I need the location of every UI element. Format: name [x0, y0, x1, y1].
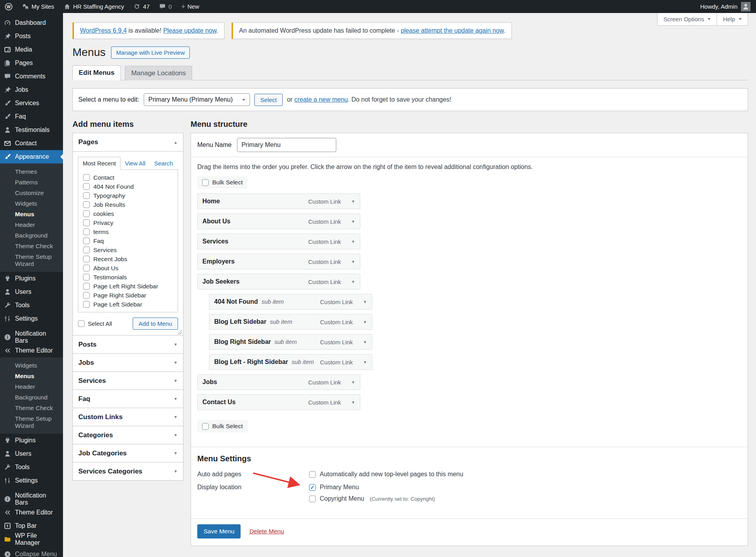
sidebar-item[interactable]: Top Bar — [0, 519, 63, 533]
accordion-section[interactable]: Jobs ▼ — [72, 353, 183, 372]
menu-item-bar[interactable]: Contact Us Custom Link ▼ — [197, 394, 360, 410]
sidebar-subitem[interactable]: Menus — [0, 371, 63, 381]
menu-item-bar[interactable]: Blog Left - Right Sidebarsub item Custom… — [209, 354, 372, 370]
accordion-section[interactable]: Services ▼ — [72, 371, 183, 390]
select-button[interactable]: Select — [254, 94, 283, 106]
accordion-section[interactable]: Categories ▼ — [72, 426, 183, 444]
chevron-down-icon[interactable]: ▼ — [351, 199, 355, 204]
sidebar-item[interactable]: Tools — [0, 299, 63, 312]
sidebar-subitem[interactable]: Customize — [0, 188, 63, 198]
menu-item-bar[interactable]: Jobs Custom Link ▼ — [197, 374, 360, 390]
accordion-section[interactable]: Faq ▼ — [72, 390, 183, 408]
sidebar-subitem[interactable]: Widgets — [0, 198, 63, 209]
sidebar-subitem[interactable]: Patterns — [0, 177, 63, 188]
checkbox[interactable] — [83, 265, 90, 271]
retry-update-link[interactable]: please attempt the update again now — [401, 27, 504, 34]
menu-item-bar[interactable]: About Us Custom Link ▼ — [197, 214, 360, 229]
bulk-select-control[interactable]: Bulk Select — [197, 176, 248, 189]
page-checkbox-item[interactable]: Recent Jobs — [78, 254, 178, 264]
chevron-down-icon[interactable]: ▼ — [351, 380, 355, 384]
delete-menu-link[interactable]: Delete Menu — [249, 528, 284, 535]
checkbox[interactable] — [83, 301, 90, 308]
page-checkbox-item[interactable]: Testimonials — [78, 273, 178, 282]
sidebar-item[interactable]: Jobs — [0, 83, 63, 97]
tab-most-recent[interactable]: Most Recent — [78, 157, 120, 170]
sidebar-item[interactable]: Settings — [0, 474, 63, 487]
resize-handle[interactable] — [178, 330, 182, 334]
auto-add-checkbox[interactable] — [309, 471, 316, 478]
location-primary-option[interactable]: Primary Menu — [309, 484, 435, 491]
wordpress-logo-icon[interactable] — [0, 0, 17, 13]
site-name-menu[interactable]: HR Staffing Agency — [59, 0, 129, 13]
sidebar-subitem[interactable]: Theme Setup Wizard — [0, 251, 63, 269]
tab-manage-locations[interactable]: Manage Locations — [125, 66, 192, 80]
manage-live-preview-button[interactable]: Manage with Live Preview — [111, 46, 190, 59]
checkbox[interactable] — [83, 238, 90, 244]
page-checkbox-item[interactable]: Faq — [78, 236, 178, 245]
checkbox[interactable] — [83, 219, 90, 226]
sidebar-item[interactable]: Tools — [0, 460, 63, 474]
checkbox[interactable] — [83, 256, 90, 262]
checkbox[interactable] — [83, 274, 90, 280]
sidebar-item[interactable]: Media — [0, 43, 63, 56]
menu-item-bar[interactable]: Blog Right Sidebarsub item Custom Link ▼ — [209, 334, 372, 350]
page-checkbox-item[interactable]: 404 Not Found — [78, 182, 178, 191]
primary-menu-checkbox[interactable] — [309, 484, 316, 491]
sidebar-item[interactable]: Pages — [0, 56, 63, 70]
accordion-section[interactable]: Services Categories ▼ — [72, 462, 183, 481]
menu-item-bar[interactable]: Blog Left Sidebarsub item Custom Link ▼ — [209, 314, 372, 330]
pages-panel-header[interactable]: Pages ▲ — [73, 133, 183, 151]
sidebar-item-appearance[interactable]: Appearance — [0, 150, 63, 163]
chevron-down-icon[interactable]: ▼ — [363, 320, 367, 324]
chevron-down-icon[interactable]: ▼ — [363, 340, 367, 344]
chevron-down-icon[interactable]: ▼ — [351, 260, 355, 264]
sidebar-subitem[interactable]: Background — [0, 392, 63, 403]
chevron-down-icon[interactable]: ▼ — [351, 280, 355, 284]
checkbox[interactable] — [83, 292, 90, 299]
menu-item-bar[interactable]: Home Custom Link ▼ — [197, 193, 360, 209]
sidebar-item[interactable]: Services — [0, 97, 63, 110]
new-content-menu[interactable]: + New — [176, 0, 204, 13]
update-now-link[interactable]: Please update now — [163, 27, 216, 34]
account-menu[interactable]: Howdy, Admin — [695, 0, 756, 13]
location-copyright-option[interactable]: Copyright Menu (Currently set to: Copyri… — [309, 495, 435, 502]
sidebar-item[interactable]: Plugins — [0, 272, 63, 285]
add-to-menu-button[interactable]: Add to Menu — [133, 317, 178, 330]
sidebar-subitem[interactable]: Theme Setup Wizard — [0, 413, 63, 431]
page-checkbox-item[interactable]: Job Results — [78, 200, 178, 209]
create-new-menu-link[interactable]: create a new menu — [294, 96, 348, 103]
select-all-control[interactable]: Select All — [78, 320, 112, 327]
my-sites-menu[interactable]: My Sites — [17, 0, 59, 13]
sidebar-item[interactable]: Theme Editor — [0, 344, 63, 357]
help-button[interactable]: Help — [717, 13, 748, 26]
sidebar-item[interactable]: Theme Editor — [0, 506, 63, 519]
sidebar-subitem[interactable]: Theme Check — [0, 403, 63, 413]
accordion-section[interactable]: Custom Links ▼ — [72, 408, 183, 426]
menu-item-bar[interactable]: Services Custom Link ▼ — [197, 234, 360, 249]
sidebar-item[interactable]: Dashboard — [0, 16, 63, 30]
checkbox[interactable] — [83, 201, 90, 208]
select-all-checkbox[interactable] — [78, 320, 85, 327]
screen-options-button[interactable]: Screen Options — [657, 13, 717, 26]
page-checkbox-item[interactable]: cookies — [78, 209, 178, 218]
sidebar-item[interactable]: WP File Manager — [0, 533, 63, 546]
sidebar-item[interactable]: Comments — [0, 70, 63, 83]
updates-menu[interactable]: 47 — [129, 0, 154, 13]
tab-edit-menus[interactable]: Edit Menus — [72, 65, 121, 80]
sidebar-item[interactable]: Users — [0, 447, 63, 460]
menu-item-bar[interactable]: 404 Not Foundsub item Custom Link ▼ — [209, 294, 372, 310]
sidebar-item[interactable]: Users — [0, 285, 63, 299]
tab-view-all[interactable]: View All — [120, 157, 150, 169]
chevron-down-icon[interactable]: ▼ — [363, 300, 367, 304]
chevron-up-icon[interactable]: ▲ — [174, 140, 178, 145]
sidebar-subitem[interactable]: Menus — [0, 209, 63, 219]
page-checkbox-item[interactable]: terms — [78, 227, 178, 236]
accordion-section[interactable]: Posts ▼ — [72, 335, 183, 354]
page-checkbox-item[interactable]: Contact — [78, 173, 178, 182]
sidebar-item[interactable]: Posts — [0, 30, 63, 43]
checkbox[interactable] — [83, 283, 90, 290]
sidebar-item[interactable]: Notification Bars — [0, 330, 63, 344]
comments-menu[interactable]: 0 — [154, 0, 176, 13]
sidebar-subitem[interactable]: Background — [0, 230, 63, 241]
sidebar-item[interactable]: Testimonials — [0, 123, 63, 137]
